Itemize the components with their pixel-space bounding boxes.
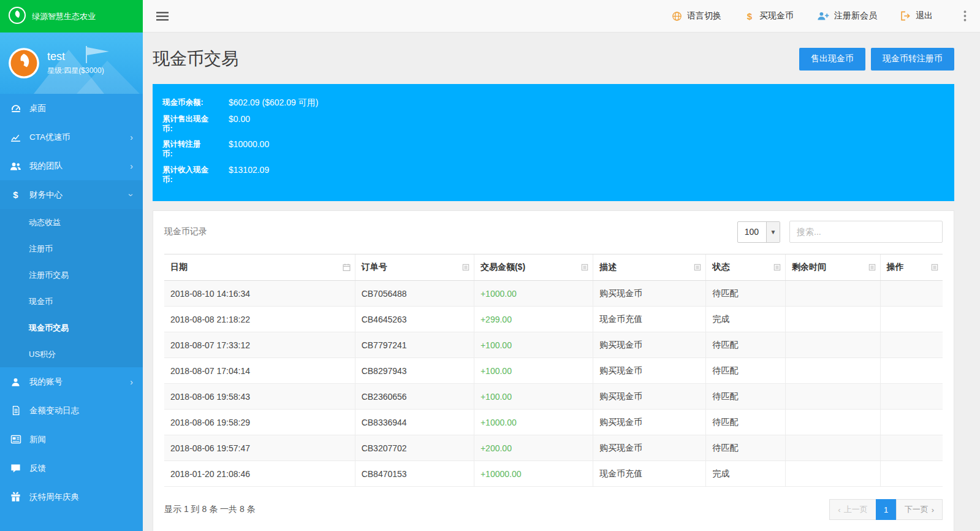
table-cell: 现金币充值	[593, 307, 706, 332]
table-row-4: 2018-08-06 19:58:43CB2360656+100.00购买现金币…	[164, 384, 943, 410]
sidebar-item-0[interactable]: 桌面	[0, 94, 143, 123]
column-header-label: 日期	[170, 262, 188, 272]
summary-label: 累计售出现金币:	[162, 114, 229, 134]
page-size-value: 100	[738, 227, 766, 237]
column-header-5[interactable]: 剩余时间	[785, 254, 880, 281]
svg-text:$: $	[747, 11, 753, 21]
summary-value: $13102.09	[229, 165, 269, 176]
table-row-3: 2018-08-07 17:04:14CB8297943+100.00购买现金币…	[164, 358, 943, 384]
filter-icon	[773, 264, 781, 271]
sidebar-subitem-2[interactable]: 注册币交易	[0, 262, 143, 288]
topbar-item-label: 退出	[916, 10, 933, 21]
table-cell	[785, 410, 880, 435]
table-cell	[880, 435, 943, 461]
table-cell: CB8336944	[355, 410, 474, 435]
table-cell: +100.00	[474, 384, 593, 410]
sidebar-item-1[interactable]: CTA优速币›	[0, 123, 143, 151]
column-header-4[interactable]: 状态	[706, 254, 786, 281]
sidebar-item-label: 金额变动日志	[29, 405, 79, 416]
brand-logo-icon	[8, 6, 26, 27]
profile-username: test	[47, 50, 104, 63]
topbar-right: 语言切换$买现金币注册新会员退出	[672, 8, 970, 24]
chevron-down-icon: ▼	[766, 222, 780, 242]
table-cell: 2018-08-10 14:16:34	[164, 281, 355, 307]
profile-panel: test 星级:四星($3000)	[0, 32, 143, 94]
topbar-item-label: 语言切换	[687, 10, 721, 21]
topbar-item-3[interactable]: 退出	[900, 10, 933, 21]
column-header-3[interactable]: 描述	[593, 254, 706, 281]
sidebar-item-8[interactable]: 沃特周年庆典	[0, 483, 143, 511]
topbar-item-label: 注册新会员	[834, 10, 877, 21]
user-icon	[10, 377, 21, 387]
column-header-label: 操作	[887, 262, 904, 272]
logout-icon	[900, 11, 911, 21]
column-header-2[interactable]: 交易金额($)	[474, 254, 593, 281]
page-action-button-0[interactable]: 售出现金币	[799, 48, 865, 71]
sidebar-item-4[interactable]: 我的账号›	[0, 367, 143, 396]
table-cell: 待匹配	[706, 384, 786, 410]
main-area: 语言切换$买现金币注册新会员退出 现金币交易 售出现金币现金币转注册币 现金币余…	[143, 0, 980, 531]
records-card: 现金币记录 100 ▼ 日期订单号交易金额($)描述状态剩余时间操作 2018-…	[153, 210, 954, 531]
table-cell	[880, 384, 943, 410]
table-cell: CB4645263	[355, 307, 474, 332]
topbar-item-0[interactable]: 语言切换	[672, 10, 721, 21]
topbar-item-2[interactable]: 注册新会员	[817, 10, 877, 21]
topbar-item-label: 买现金币	[759, 10, 794, 21]
chevron-left-icon: ‹	[838, 506, 840, 514]
page-actions: 售出现金币现金币转注册币	[799, 48, 954, 71]
table-cell: 现金币充值	[593, 461, 706, 487]
brand-name: 绿源智慧生态农业	[32, 11, 96, 22]
table-cell	[880, 281, 943, 307]
table-cell	[880, 461, 943, 487]
column-header-6[interactable]: 操作	[880, 254, 943, 281]
sidebar-item-3[interactable]: $财务中心›	[0, 180, 143, 209]
chevron-right-icon: ›	[130, 378, 133, 386]
card-title: 现金币记录	[164, 226, 207, 237]
table-cell: +1000.00	[474, 410, 593, 435]
column-header-1[interactable]: 订单号	[355, 254, 474, 281]
table-cell	[785, 307, 880, 332]
hamburger-menu-icon[interactable]	[153, 8, 172, 25]
pagination-next-button[interactable]: 下一页 ›	[896, 499, 943, 520]
sidebar-item-5[interactable]: 金额变动日志	[0, 396, 143, 425]
sidebar-subitem-0[interactable]: 动态收益	[0, 209, 143, 235]
column-header-0[interactable]: 日期	[164, 254, 355, 281]
sidebar-item-2[interactable]: 我的团队›	[0, 151, 143, 180]
table-cell: 购买现金币	[593, 332, 706, 358]
summary-row-1: 累计售出现金币:$0.00	[162, 114, 944, 134]
table-cell: +299.00	[474, 307, 593, 332]
card-head: 现金币记录 100 ▼	[153, 211, 954, 254]
table-cell: 2018-08-08 21:18:22	[164, 307, 355, 332]
table-cell: +100.00	[474, 358, 593, 384]
summary-value: $602.09 ($602.09 可用)	[229, 97, 318, 109]
sidebar-item-7[interactable]: 反馈	[0, 454, 143, 483]
table-cell	[880, 332, 943, 358]
log-icon	[10, 405, 21, 416]
pagination-prev-button[interactable]: ‹ 上一页	[829, 499, 876, 520]
pagination-current-page[interactable]: 1	[876, 499, 897, 520]
sidebar-item-label: 我的团队	[29, 161, 63, 172]
sidebar-subitem-4[interactable]: 现金币交易	[0, 315, 143, 341]
search-input[interactable]	[789, 221, 943, 243]
brand[interactable]: 绿源智慧生态农业	[0, 0, 143, 32]
column-header-label: 订单号	[362, 262, 387, 272]
page-action-button-1[interactable]: 现金币转注册币	[871, 48, 954, 71]
table-cell: CB7056488	[355, 281, 474, 307]
table-cell: 2018-01-20 21:08:46	[164, 461, 355, 487]
topbar-item-1[interactable]: $买现金币	[745, 10, 794, 21]
page-size-select[interactable]: 100 ▼	[737, 221, 780, 243]
avatar[interactable]	[8, 47, 40, 79]
filter-icon	[581, 264, 588, 271]
sidebar-menu: 桌面CTA优速币›我的团队›$财务中心›动态收益注册币注册币交易现金币现金币交易…	[0, 94, 143, 531]
sidebar-subitem-3[interactable]: 现金币	[0, 288, 143, 315]
summary-label: 累计转注册币:	[162, 139, 229, 159]
summary-row-3: 累计收入现金币:$13102.09	[162, 165, 944, 185]
sidebar-submenu: 动态收益注册币注册币交易现金币现金币交易US积分	[0, 209, 143, 367]
dashboard-icon	[10, 104, 21, 113]
table-cell	[880, 358, 943, 384]
sidebar-subitem-1[interactable]: 注册币	[0, 235, 143, 262]
sidebar-subitem-5[interactable]: US积分	[0, 341, 143, 367]
sidebar-item-6[interactable]: 新闻	[0, 425, 143, 454]
more-menu-icon[interactable]	[960, 8, 970, 24]
table-cell: 待匹配	[706, 435, 786, 461]
